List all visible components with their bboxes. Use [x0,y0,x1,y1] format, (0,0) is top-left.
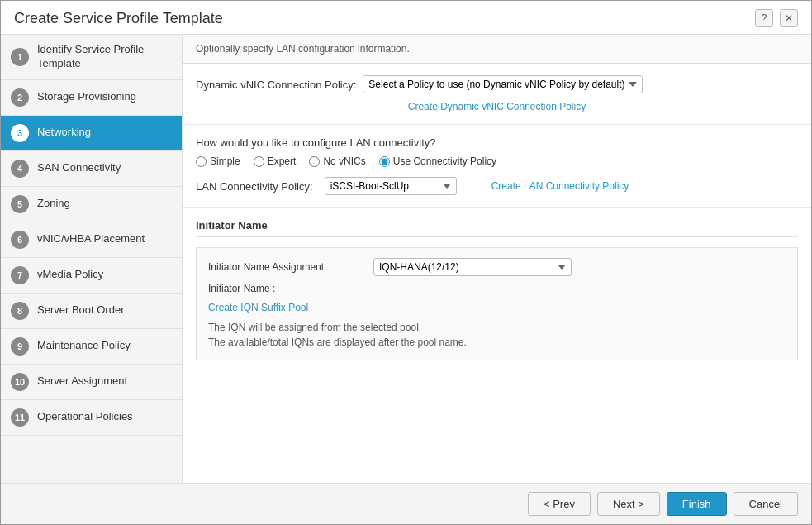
step-num-9: 9 [11,337,29,356]
help-button[interactable]: ? [755,9,773,27]
info-bar: Optionally specify LAN configuration inf… [183,35,811,64]
dynamic-vnic-label: Dynamic vNIC Connection Policy: [196,79,356,91]
modal-header: Create Service Profile Template ? ✕ [1,1,811,35]
dynamic-vnic-select[interactable]: Select a Policy to use (no Dynamic vNIC … [363,75,643,93]
policy-select-wrapper: LAN Connectivity Policy: iSCSI-Boot-SclU… [196,177,457,195]
step-num-10: 10 [11,373,29,391]
radio-simple[interactable]: Simple [196,155,240,167]
initiator-title: Initiator Name [196,219,798,237]
sidebar-item-10[interactable]: 11Operational Policies [1,400,182,436]
step-num-1: 1 [11,48,29,66]
step-num-7: 7 [11,266,29,284]
lan-policy-select[interactable]: iSCSI-Boot-SclUp [325,177,457,195]
cancel-button[interactable]: Cancel [734,492,798,516]
sidebar-label-6: vMedia Policy [37,268,103,282]
initiator-assignment-select[interactable]: IQN-HANA(12/12) [373,258,572,276]
sidebar-label-2: Networking [37,126,91,140]
close-button[interactable]: ✕ [780,9,798,27]
sidebar-label-10: Operational Policies [37,410,133,424]
header-icons: ? ✕ [755,9,798,27]
modal-body: 1Identify Service Profile Template2Stora… [1,35,811,483]
content-area: Optionally specify LAN configuration inf… [183,35,811,483]
create-dynamic-vnic-link[interactable]: Create Dynamic vNIC Connection Policy [408,101,586,112]
sidebar-label-5: vNIC/vHBA Placement [37,232,145,246]
sidebar-item-1[interactable]: 2Storage Provisioning [1,80,182,116]
sidebar-item-4[interactable]: 5Zoning [1,187,182,222]
sidebar-label-1: Storage Provisioning [37,90,136,104]
sidebar-label-8: Maintenance Policy [37,339,131,353]
sidebar-label-9: Server Assignment [37,375,127,389]
create-lan-policy-link[interactable]: Create LAN Connectivity Policy [491,180,629,192]
step-num-11: 11 [11,408,29,427]
sidebar-label-3: SAN Connectivity [37,161,121,175]
sidebar-label-0: Identify Service Profile Template [37,43,172,71]
sidebar-item-0[interactable]: 1Identify Service Profile Template [1,35,182,80]
initiator-assignment-row: Initiator Name Assignment: IQN-HANA(12/1… [208,258,786,276]
finish-button[interactable]: Finish [667,492,727,516]
step-num-6: 6 [11,231,29,249]
sidebar-item-7[interactable]: 8Server Boot Order [1,294,182,329]
prev-button[interactable]: < Prev [528,492,591,516]
modal-footer: < Prev Next > Finish Cancel [1,483,811,524]
lan-question: How would you like to configure LAN conn… [196,136,798,149]
step-num-2: 2 [11,88,29,107]
initiator-note: The IQN will be assigned from the select… [208,320,786,350]
initiator-name-row: Initiator Name : [208,283,786,294]
modal-container: Create Service Profile Template ? ✕ 1Ide… [0,0,812,525]
next-button[interactable]: Next > [597,492,660,516]
radio-use-connectivity[interactable]: Use Connectivity Policy [379,155,496,167]
sidebar-item-3[interactable]: 4SAN Connectivity [1,151,182,187]
step-num-8: 8 [11,302,29,320]
sidebar-item-5[interactable]: 6vNIC/vHBA Placement [1,222,182,258]
dynamic-vnic-section: Dynamic vNIC Connection Policy: Select a… [183,64,811,125]
step-num-3: 3 [11,124,29,142]
sidebar-item-2[interactable]: 3Networking [1,116,182,151]
sidebar-item-6[interactable]: 7vMedia Policy [1,258,182,294]
main-content: Optionally specify LAN configuration inf… [183,35,811,483]
sidebar: 1Identify Service Profile Template2Stora… [1,35,183,483]
radio-no-vnics[interactable]: No vNICs [309,155,365,167]
policy-row: LAN Connectivity Policy: iSCSI-Boot-SclU… [196,177,798,195]
step-num-4: 4 [11,160,29,178]
initiator-section: Initiator Name Initiator Name Assignment… [183,208,811,372]
initiator-name-label: Initiator Name : [208,283,373,294]
initiator-assignment-label: Initiator Name Assignment: [208,261,373,273]
modal-title: Create Service Profile Template [14,10,223,27]
lan-policy-label: LAN Connectivity Policy: [196,180,313,193]
lan-radio-group: Simple Expert No vNICs Use Conne [196,155,798,167]
sidebar-item-8[interactable]: 9Maintenance Policy [1,329,182,365]
sidebar-label-4: Zoning [37,197,70,211]
initiator-inner-form: Initiator Name Assignment: IQN-HANA(12/1… [196,247,798,360]
lan-connectivity-section: How would you like to configure LAN conn… [183,125,811,208]
create-iqn-pool-link[interactable]: Create IQN Suffix Pool [208,302,308,313]
step-num-5: 5 [11,195,29,213]
dynamic-vnic-row: Dynamic vNIC Connection Policy: Select a… [196,75,798,93]
info-text: Optionally specify LAN configuration inf… [196,43,410,55]
radio-expert[interactable]: Expert [254,155,297,167]
sidebar-label-7: Server Boot Order [37,303,125,317]
sidebar-item-9[interactable]: 10Server Assignment [1,365,182,400]
